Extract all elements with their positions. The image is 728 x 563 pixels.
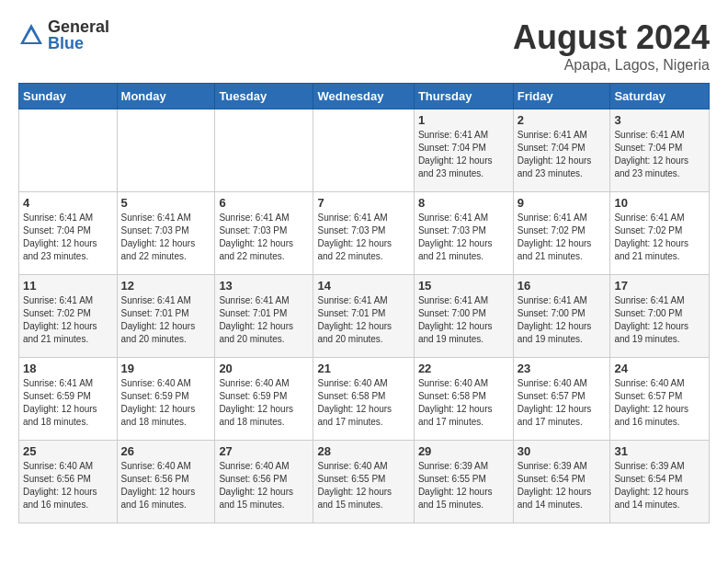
calendar-body: 1Sunrise: 6:41 AM Sunset: 7:04 PM Daylig…	[19, 109, 710, 523]
cell-info: Sunrise: 6:41 AM Sunset: 7:04 PM Dayligh…	[418, 129, 509, 180]
cell-info: Sunrise: 6:41 AM Sunset: 7:04 PM Dayligh…	[614, 129, 705, 180]
day-number: 13	[219, 279, 309, 293]
calendar-cell: 13Sunrise: 6:41 AM Sunset: 7:01 PM Dayli…	[215, 275, 313, 358]
day-number: 11	[23, 279, 113, 293]
cell-info: Sunrise: 6:40 AM Sunset: 6:57 PM Dayligh…	[614, 377, 705, 429]
calendar-cell: 23Sunrise: 6:40 AM Sunset: 6:57 PM Dayli…	[513, 358, 610, 441]
cell-info: Sunrise: 6:41 AM Sunset: 7:04 PM Dayligh…	[518, 129, 607, 180]
calendar-cell: 14Sunrise: 6:41 AM Sunset: 7:01 PM Dayli…	[313, 275, 414, 358]
header-row: SundayMondayTuesdayWednesdayThursdayFrid…	[19, 84, 710, 109]
logo[interactable]: General Blue	[18, 18, 109, 52]
cell-info: Sunrise: 6:40 AM Sunset: 6:59 PM Dayligh…	[219, 377, 309, 429]
cell-info: Sunrise: 6:41 AM Sunset: 7:03 PM Dayligh…	[317, 212, 409, 263]
calendar-header: SundayMondayTuesdayWednesdayThursdayFrid…	[19, 84, 710, 109]
cell-info: Sunrise: 6:41 AM Sunset: 7:03 PM Dayligh…	[418, 212, 509, 263]
calendar-cell: 31Sunrise: 6:39 AM Sunset: 6:54 PM Dayli…	[610, 441, 710, 523]
day-number: 9	[518, 196, 607, 210]
cell-info: Sunrise: 6:40 AM Sunset: 6:56 PM Dayligh…	[23, 460, 113, 511]
calendar-cell: 26Sunrise: 6:40 AM Sunset: 6:56 PM Dayli…	[117, 441, 215, 523]
cell-info: Sunrise: 6:41 AM Sunset: 7:01 PM Dayligh…	[121, 294, 211, 346]
calendar-cell: 6Sunrise: 6:41 AM Sunset: 7:03 PM Daylig…	[215, 192, 313, 275]
calendar-cell: 30Sunrise: 6:39 AM Sunset: 6:54 PM Dayli…	[513, 441, 610, 523]
day-number: 26	[121, 444, 211, 458]
cell-info: Sunrise: 6:41 AM Sunset: 6:59 PM Dayligh…	[23, 377, 113, 429]
calendar-cell: 17Sunrise: 6:41 AM Sunset: 7:00 PM Dayli…	[610, 275, 710, 358]
cell-info: Sunrise: 6:39 AM Sunset: 6:55 PM Dayligh…	[418, 460, 509, 511]
cell-info: Sunrise: 6:40 AM Sunset: 6:56 PM Dayligh…	[121, 460, 211, 511]
calendar-cell: 19Sunrise: 6:40 AM Sunset: 6:59 PM Dayli…	[117, 358, 215, 441]
calendar-cell: 25Sunrise: 6:40 AM Sunset: 6:56 PM Dayli…	[19, 441, 118, 523]
day-number: 6	[219, 196, 309, 210]
day-number: 19	[121, 362, 211, 375]
calendar-cell: 21Sunrise: 6:40 AM Sunset: 6:58 PM Dayli…	[313, 358, 414, 441]
month-year: August 2024	[513, 18, 710, 57]
calendar-cell: 24Sunrise: 6:40 AM Sunset: 6:57 PM Dayli…	[610, 358, 710, 441]
calendar-cell: 28Sunrise: 6:40 AM Sunset: 6:55 PM Dayli…	[313, 441, 414, 523]
header-cell-monday: Monday	[117, 84, 215, 109]
calendar-cell: 2Sunrise: 6:41 AM Sunset: 7:04 PM Daylig…	[513, 109, 610, 192]
week-row-1: 1Sunrise: 6:41 AM Sunset: 7:04 PM Daylig…	[19, 109, 710, 192]
day-number: 12	[121, 279, 211, 293]
day-number: 14	[317, 279, 409, 293]
title-block: August 2024 Apapa, Lagos, Nigeria	[513, 18, 710, 74]
day-number: 20	[219, 362, 309, 375]
cell-info: Sunrise: 6:40 AM Sunset: 6:59 PM Dayligh…	[121, 377, 211, 429]
calendar-cell: 10Sunrise: 6:41 AM Sunset: 7:02 PM Dayli…	[610, 192, 710, 275]
calendar-cell: 8Sunrise: 6:41 AM Sunset: 7:03 PM Daylig…	[414, 192, 513, 275]
calendar-cell: 22Sunrise: 6:40 AM Sunset: 6:58 PM Dayli…	[414, 358, 513, 441]
calendar-cell: 11Sunrise: 6:41 AM Sunset: 7:02 PM Dayli…	[19, 275, 118, 358]
calendar-cell: 1Sunrise: 6:41 AM Sunset: 7:04 PM Daylig…	[414, 109, 513, 192]
header-cell-wednesday: Wednesday	[313, 84, 414, 109]
day-number: 2	[518, 113, 607, 127]
logo-text: General Blue	[48, 18, 109, 52]
week-row-4: 18Sunrise: 6:41 AM Sunset: 6:59 PM Dayli…	[19, 358, 710, 441]
day-number: 1	[418, 113, 509, 127]
day-number: 7	[317, 196, 409, 210]
day-number: 10	[614, 196, 705, 210]
cell-info: Sunrise: 6:41 AM Sunset: 7:02 PM Dayligh…	[518, 212, 607, 263]
day-number: 16	[518, 279, 607, 293]
week-row-2: 4Sunrise: 6:41 AM Sunset: 7:04 PM Daylig…	[19, 192, 710, 275]
cell-info: Sunrise: 6:41 AM Sunset: 7:00 PM Dayligh…	[518, 294, 607, 346]
calendar-cell: 27Sunrise: 6:40 AM Sunset: 6:56 PM Dayli…	[215, 441, 313, 523]
calendar-cell: 7Sunrise: 6:41 AM Sunset: 7:03 PM Daylig…	[313, 192, 414, 275]
day-number: 23	[518, 362, 607, 375]
day-number: 21	[317, 362, 409, 375]
day-number: 30	[518, 444, 607, 458]
cell-info: Sunrise: 6:41 AM Sunset: 7:02 PM Dayligh…	[614, 212, 705, 263]
cell-info: Sunrise: 6:40 AM Sunset: 6:58 PM Dayligh…	[317, 377, 409, 429]
day-number: 25	[23, 444, 113, 458]
calendar-cell: 29Sunrise: 6:39 AM Sunset: 6:55 PM Dayli…	[414, 441, 513, 523]
week-row-3: 11Sunrise: 6:41 AM Sunset: 7:02 PM Dayli…	[19, 275, 710, 358]
cell-info: Sunrise: 6:41 AM Sunset: 7:03 PM Dayligh…	[121, 212, 211, 263]
calendar-cell	[215, 109, 313, 192]
location: Apapa, Lagos, Nigeria	[513, 57, 710, 74]
calendar-cell: 4Sunrise: 6:41 AM Sunset: 7:04 PM Daylig…	[19, 192, 118, 275]
calendar-cell	[117, 109, 215, 192]
calendar-cell: 9Sunrise: 6:41 AM Sunset: 7:02 PM Daylig…	[513, 192, 610, 275]
calendar-table: SundayMondayTuesdayWednesdayThursdayFrid…	[18, 83, 710, 523]
calendar-cell: 15Sunrise: 6:41 AM Sunset: 7:00 PM Dayli…	[414, 275, 513, 358]
header-cell-thursday: Thursday	[414, 84, 513, 109]
calendar-cell: 3Sunrise: 6:41 AM Sunset: 7:04 PM Daylig…	[610, 109, 710, 192]
calendar-cell: 5Sunrise: 6:41 AM Sunset: 7:03 PM Daylig…	[117, 192, 215, 275]
day-number: 31	[614, 444, 705, 458]
day-number: 18	[23, 362, 113, 375]
day-number: 17	[614, 279, 705, 293]
header-cell-tuesday: Tuesday	[215, 84, 313, 109]
day-number: 15	[418, 279, 509, 293]
header-cell-sunday: Sunday	[19, 84, 118, 109]
cell-info: Sunrise: 6:41 AM Sunset: 7:01 PM Dayligh…	[317, 294, 409, 346]
day-number: 28	[317, 444, 409, 458]
calendar-cell: 18Sunrise: 6:41 AM Sunset: 6:59 PM Dayli…	[19, 358, 118, 441]
day-number: 5	[121, 196, 211, 210]
cell-info: Sunrise: 6:39 AM Sunset: 6:54 PM Dayligh…	[614, 460, 705, 511]
cell-info: Sunrise: 6:40 AM Sunset: 6:57 PM Dayligh…	[518, 377, 607, 429]
cell-info: Sunrise: 6:41 AM Sunset: 7:00 PM Dayligh…	[614, 294, 705, 346]
cell-info: Sunrise: 6:41 AM Sunset: 7:02 PM Dayligh…	[23, 294, 113, 346]
cell-info: Sunrise: 6:41 AM Sunset: 7:00 PM Dayligh…	[418, 294, 509, 346]
day-number: 8	[418, 196, 509, 210]
cell-info: Sunrise: 6:39 AM Sunset: 6:54 PM Dayligh…	[518, 460, 607, 511]
cell-info: Sunrise: 6:41 AM Sunset: 7:01 PM Dayligh…	[219, 294, 309, 346]
logo-blue: Blue	[48, 35, 109, 52]
